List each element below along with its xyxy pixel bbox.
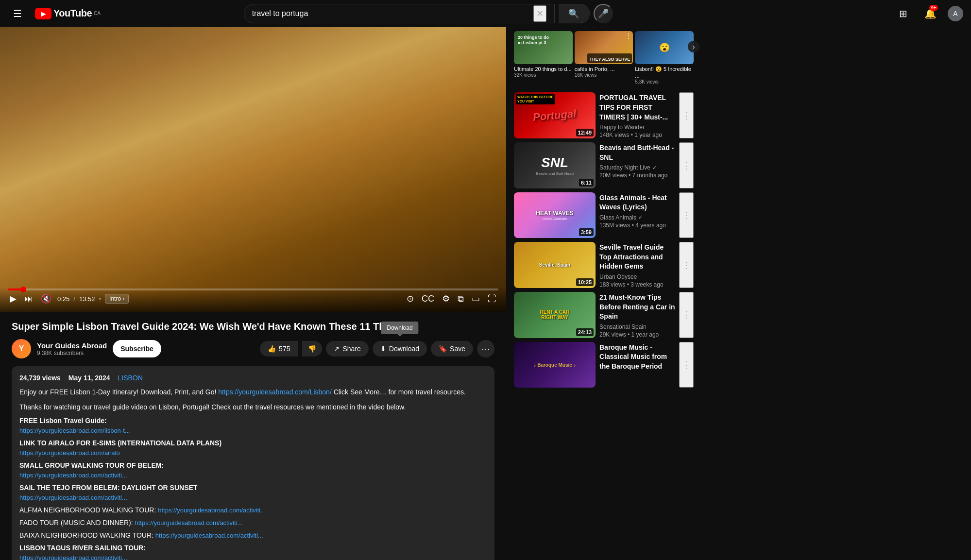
save-button[interactable]: 🔖 Save: [431, 341, 473, 356]
subscribe-button[interactable]: Subscribe: [113, 340, 161, 357]
duration-badge-3: 3:59: [579, 228, 594, 236]
chapter-name: Intro: [109, 295, 121, 302]
video-player[interactable]: ▶ ⏭ 🔇 0:25 / 13:52 • Intro › ⊙: [0, 27, 506, 312]
top-rec-2-title: cafés in Porto, ...: [575, 66, 633, 72]
desc-link-8[interactable]: https://yourguidesabroad.com/activiti...: [19, 554, 127, 560]
subtitles-button[interactable]: CC: [420, 292, 436, 306]
duration-badge-4: 10:25: [576, 278, 594, 286]
rec-item-3[interactable]: HEAT WAVES Glass Animals 3:59 Glass Anim…: [514, 192, 694, 238]
top-rec-3-title: Lisbon!! 😮 5 Incredible ...: [635, 66, 694, 80]
rec-menu-6[interactable]: ⋮: [679, 342, 694, 388]
desc-item-1: FREE Lisbon Travel Guide: https://yourgu…: [19, 417, 487, 434]
menu-button[interactable]: ☰: [8, 4, 27, 23]
sidebar: 20 things to doin Lisbon pt 3 Ultimate 2…: [506, 27, 701, 560]
settings-button[interactable]: ⚙: [440, 291, 452, 306]
rec-menu-2[interactable]: ⋮: [679, 142, 694, 188]
play-button[interactable]: ▶: [8, 291, 18, 306]
top-rec-3[interactable]: 😮 Lisbon!! 😮 5 Incredible ... 5.3K views: [635, 31, 694, 85]
hamburger-icon: ☰: [13, 8, 22, 19]
desc-item-6: FADO TOUR (MUSIC AND DINNER): https://yo…: [19, 519, 487, 526]
play-icon: ▶: [10, 293, 17, 304]
rec-channel-4: Urban Odysee: [599, 273, 675, 280]
avatar[interactable]: A: [948, 6, 963, 21]
description-links: FREE Lisbon Travel Guide: https://yourgu…: [19, 417, 487, 560]
intro-suffix: Click See More… for more travel resource…: [334, 388, 466, 396]
desc-link-2[interactable]: https://yourguidesabroad.com/airalo: [19, 449, 120, 457]
rec-menu-3[interactable]: ⋮: [679, 192, 694, 238]
video-actions: Y Your Guides Abroad 9.38K subscribers S…: [12, 339, 494, 358]
mic-icon: 🎤: [598, 8, 609, 19]
desc-link-6[interactable]: https://yourguidesabroad.com/activiti...: [135, 519, 243, 526]
intro-text: Enjoy our FREE Lisbon 1-Day Itinerary! D…: [19, 388, 216, 396]
create-button[interactable]: ⊞: [893, 4, 913, 23]
video-frame: [0, 27, 506, 312]
top-rec-2[interactable]: THEY ALSO SERVE cafés in Porto, ... 16K …: [575, 31, 633, 85]
time-separator: /: [73, 295, 75, 303]
desc-link-3[interactable]: https://yourguidesabroad.com/activiti...: [19, 472, 127, 479]
desc-item-5: ALFMA NEIGHBORHOOD WALKING TOUR: https:/…: [19, 506, 487, 514]
rec-item-2[interactable]: SNL Beavis and Butt-Head 6:11 Beavis and…: [514, 142, 694, 188]
search-bar: ✕: [244, 4, 555, 23]
mic-button[interactable]: 🎤: [594, 4, 613, 23]
rec-item-1[interactable]: WATCH THIS BEFOREYOU VISIT Portugal 12:4…: [514, 92, 694, 138]
duration-badge-2: 6:11: [579, 179, 594, 187]
download-container: Download ⬇ Download: [373, 341, 427, 356]
share-button[interactable]: ↗ Share: [326, 341, 368, 356]
top-rec-2-menu[interactable]: ⋮: [625, 32, 632, 40]
rec-channel-1: Happy to Wander: [599, 124, 675, 131]
top-recommendations: 20 things to doin Lisbon pt 3 Ultimate 2…: [514, 31, 694, 85]
channel-avatar[interactable]: Y: [12, 339, 31, 358]
header-right: ⊞ 🔔 9+ A: [893, 4, 963, 23]
mute-icon: 🔇: [41, 293, 51, 304]
subtitles-icon: CC: [422, 294, 434, 304]
recommendations-list: WATCH THIS BEFOREYOU VISIT Portugal 12:4…: [514, 92, 694, 388]
share-label: Share: [342, 345, 360, 353]
more-options-button[interactable]: ⋯: [477, 340, 494, 357]
rec-item-6[interactable]: ♪ Baroque Music ♪ Baroque Music - Classi…: [514, 342, 694, 388]
yt-logo-icon: ▶: [35, 8, 51, 19]
rec-meta-3: 135M views • 4 years ago: [599, 222, 675, 229]
desc-link-1[interactable]: https://yourguidesabroad.com/lisbon-t...: [19, 427, 130, 434]
share-icon: ↗: [334, 345, 340, 353]
fullscreen-button[interactable]: ⛶: [486, 292, 498, 306]
rec-item-5[interactable]: RENT A CARRIGHT WAY 24:13 21 Must-Know T…: [514, 292, 694, 338]
top-rec-1[interactable]: 20 things to doin Lisbon pt 3 Ultimate 2…: [514, 31, 573, 85]
youtube-logo[interactable]: ▶ YouTube CA: [35, 8, 101, 19]
notifications-button[interactable]: 🔔 9+: [920, 4, 940, 23]
desc-link-7[interactable]: https://yourguidesabroad.com/activiti...: [155, 532, 263, 539]
next-icon: ⏭: [24, 294, 33, 304]
search-clear-button[interactable]: ✕: [533, 5, 546, 22]
desc-link-5[interactable]: https://yourguidesabroad.com/activiti...: [158, 507, 266, 514]
search-icon: 🔍: [568, 8, 579, 19]
rec-menu-4[interactable]: ⋮: [679, 242, 694, 288]
next-button[interactable]: ⏭: [22, 292, 35, 306]
chapter-button[interactable]: Intro ›: [105, 294, 129, 304]
dislike-button[interactable]: 👎: [302, 341, 322, 356]
rec-menu-1[interactable]: ⋮: [679, 92, 694, 138]
download-button[interactable]: ⬇ Download: [373, 341, 427, 356]
duration-badge-1: 12:49: [576, 129, 594, 136]
rec-info-3: Glass Animals - Heat Waves (Lyrics) Glas…: [599, 192, 675, 238]
channel-name[interactable]: Your Guides Abroad: [37, 341, 107, 350]
desc-link-4[interactable]: https://yourguidesabroad.com/activiti...: [19, 494, 127, 501]
theater-button[interactable]: ▭: [470, 291, 482, 306]
like-button[interactable]: 👍 575: [260, 341, 298, 356]
top-rec-next-button[interactable]: ›: [688, 41, 699, 52]
rec-menu-5[interactable]: ⋮: [679, 292, 694, 338]
duration-badge-5: 24:13: [576, 328, 594, 336]
yt-logo-text: YouTube: [53, 8, 92, 19]
search-input[interactable]: [252, 9, 533, 18]
chapters-icon-button[interactable]: ⊙: [405, 291, 416, 306]
intro-link[interactable]: https://yourguidesabroad.com/Lisbon/: [218, 388, 331, 396]
miniplayer-button[interactable]: ⧉: [456, 292, 466, 306]
rec-item-4[interactable]: Seville, Spain 10:25 Seville Travel Guid…: [514, 242, 694, 288]
description-thanks: Thanks for watching our travel guide vid…: [19, 403, 487, 411]
location-tag[interactable]: LISBON: [118, 374, 142, 382]
main-layout: ▶ ⏭ 🔇 0:25 / 13:52 • Intro › ⊙: [0, 27, 971, 560]
search-button[interactable]: 🔍: [559, 4, 590, 23]
channel-subscribers: 9.38K subscribers: [37, 350, 107, 356]
mute-button[interactable]: 🔇: [39, 291, 53, 306]
top-rec-2-views: 16K views: [575, 72, 633, 78]
like-icon: 👍: [268, 345, 276, 353]
video-meta: Super Simple Lisbon Travel Guide 2024: W…: [0, 312, 506, 358]
